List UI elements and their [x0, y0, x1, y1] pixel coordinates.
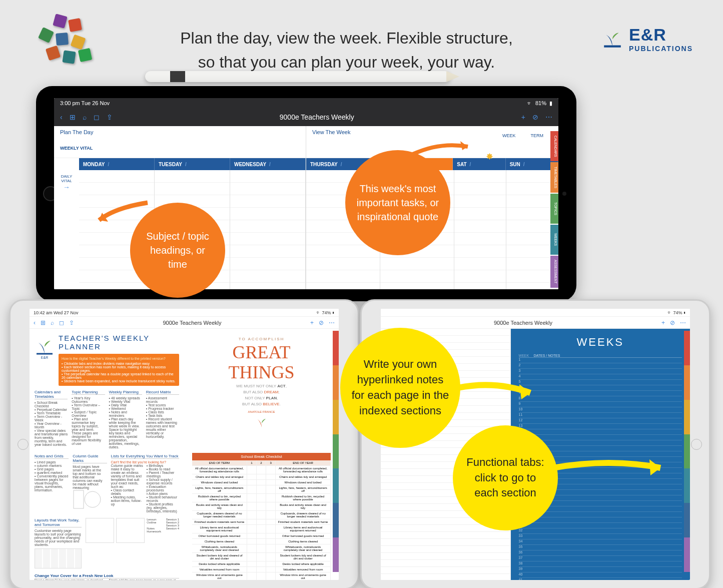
quote-body: WE MUST NOT ONLY ACT,BUT ALSO DREAM;NOT …	[192, 383, 331, 407]
lower-cols: Notes and Grids• Lined pages• column mar…	[35, 454, 179, 513]
wifi-icon: ᯤ	[527, 100, 532, 106]
camera-icon	[562, 192, 566, 196]
mini-toolbar-right: 9000e Teachers Weekly + ⊘ ⋯	[381, 317, 690, 329]
decorative-blocks	[35, 15, 95, 75]
weeks-side-tabs	[684, 331, 690, 572]
svg-text:E&R: E&R	[41, 356, 48, 359]
layout-preview	[35, 548, 82, 568]
day-wednesday[interactable]: WEDNESDAY/	[230, 158, 306, 170]
battery-percent: 81%	[535, 100, 546, 106]
share-icon[interactable]: ⇪	[69, 319, 74, 326]
tab-topics[interactable]: TOPICS	[550, 194, 558, 224]
weekly-vital-label: WEEKLY VITAL	[60, 146, 93, 151]
tab-topics[interactable]	[684, 434, 690, 469]
more-icon[interactable]: ⋯	[680, 319, 686, 326]
tab-timetables[interactable]: TIMETABLES	[550, 162, 558, 192]
logo-main: E&R	[629, 25, 666, 44]
checklist: School Break Checklist END OF TERM 123 E…	[192, 453, 331, 580]
logo-sub: PUBLICATIONS	[629, 45, 693, 53]
doc-title-right: 9000e Teachers Weekly	[494, 320, 552, 326]
bookmark-icon[interactable]: ◻	[94, 113, 100, 121]
day-headers-left: MONDAY/ TUESDAY/ WEDNESDAY/	[54, 158, 306, 170]
day-monday[interactable]: MONDAY/	[79, 158, 155, 170]
week-term-labels: WEEK TERM	[502, 133, 543, 138]
quote-to: TO ACCOMPLISH	[192, 337, 331, 341]
edit-icon[interactable]: ⊘	[319, 319, 324, 326]
edit-icon[interactable]: ⊘	[532, 113, 538, 121]
mini-toolbar-left: ‹ ⊞ ⌕ ◻ ⇪ 9000e Teachers Weekly + ⊘ ⋯	[30, 317, 339, 329]
tab-assess[interactable]	[684, 537, 690, 572]
status-bar: 3:00 pm Tue 26 Nov ᯤ 81% ▮	[54, 98, 558, 108]
mini-status-left: 10:42 am Wed 27 Nov ᯤ 74% ▮	[30, 309, 339, 317]
info-page: E&R TEACHER'S WEEKLY PLANNER How is the …	[30, 329, 184, 580]
planner-title: TEACHER'S WEEKLY PLANNER	[59, 334, 179, 351]
quote-page: TO ACCOMPLISH GREAT THINGS WE MUST NOT O…	[184, 329, 339, 580]
quote-things: THINGS	[192, 363, 331, 381]
quote-great: GREAT	[192, 343, 331, 361]
add-icon[interactable]: +	[661, 319, 665, 326]
circle-diagram-icon	[73, 489, 103, 509]
grid-icon[interactable]: ⊞	[70, 113, 76, 121]
er-logo-small: E&R	[35, 334, 55, 359]
tab-calendars[interactable]: CALENDARS	[550, 131, 558, 161]
back-icon[interactable]: ‹	[34, 319, 36, 326]
tab-b[interactable]	[684, 503, 690, 537]
tab-cal[interactable]	[684, 331, 690, 365]
status-right: ᯤ 81% ▮	[527, 100, 552, 107]
logo: E&R PUBLICATIONS	[602, 25, 693, 53]
add-icon[interactable]: +	[521, 113, 525, 121]
tab-weeks-active[interactable]	[684, 468, 690, 503]
more-icon[interactable]: ⋯	[329, 319, 335, 326]
bookmark-icon[interactable]: ◻	[59, 319, 64, 326]
wifi-icon: ᯤ	[316, 310, 321, 315]
mini-status-right: ᯤ 74% ▮	[381, 309, 690, 317]
ipad-main: 3:00 pm Tue 26 Nov ᯤ 81% ▮ ‹ ⊞ ⌕ ◻ ⇪ 900…	[36, 86, 576, 301]
day-sat[interactable]: SAT/	[453, 158, 505, 170]
status-time: 3:00 pm Tue 26 Nov	[60, 100, 110, 106]
bubble-subject: Subject / topic headings, or time	[130, 203, 225, 298]
ipad-left: 10:42 am Wed 27 Nov ᯤ 74% ▮ ‹ ⊞ ⌕ ◻ ⇪ 90…	[9, 299, 359, 588]
search-icon[interactable]: ⌕	[83, 113, 87, 121]
orange-highlight-box: How is the digital Teacher's Weekly diff…	[59, 354, 179, 386]
tab-assessment[interactable]: ASSESSMENT	[550, 256, 558, 288]
ipad-main-screen: 3:00 pm Tue 26 Nov ᯤ 81% ▮ ‹ ⊞ ⌕ ◻ ⇪ 900…	[54, 98, 558, 289]
tab-weeks[interactable]: WEEKS	[550, 225, 558, 255]
add-icon[interactable]: +	[310, 319, 314, 326]
share-icon[interactable]: ⇪	[107, 113, 113, 121]
headline: Plan the day, view the week. Flexible st…	[120, 26, 573, 74]
weeks-title: WEEKS	[519, 336, 682, 349]
home-button-right[interactable]	[691, 439, 702, 450]
battery-icon: ▮	[549, 100, 552, 107]
grid-icon[interactable]: ⊞	[41, 319, 46, 326]
arrow-notes	[455, 375, 540, 410]
home-button-left[interactable]	[18, 439, 29, 450]
side-tabs: CALENDARS TIMETABLES TOPICS WEEKS ASSESS…	[550, 131, 558, 288]
four-cols: Calendars and Timetables• School Break C…	[35, 390, 179, 449]
tab-tt[interactable]	[684, 365, 690, 400]
template-box	[86, 518, 114, 543]
tab-y[interactable]	[684, 400, 690, 434]
bubble-tasks: This week's most important tasks, or ins…	[345, 150, 450, 255]
ipad-left-screen: 10:42 am Wed 27 Nov ᯤ 74% ▮ ‹ ⊞ ⌕ ◻ ⇪ 90…	[30, 309, 339, 580]
apple-pencil	[145, 71, 450, 82]
bubble-notes: Write your own hyperlinked notes for eac…	[340, 328, 460, 448]
weekly-vital-row: WEEKLY VITAL	[54, 138, 306, 158]
quote-author: ANATOLE FRANCE	[192, 410, 331, 413]
svg-rect-1	[74, 490, 84, 508]
headline-line2: so that you can plan your week, your way…	[120, 50, 573, 74]
app-toolbar: ‹ ⊞ ⌕ ◻ ⇪ 9000e Teachers Weekly + ⊘ ⋯	[54, 108, 558, 126]
template-box	[116, 518, 145, 543]
logo-text: E&R PUBLICATIONS	[629, 25, 693, 53]
wifi-icon: ᯤ	[667, 310, 672, 315]
more-icon[interactable]: ⋯	[545, 113, 552, 121]
cover-heading: Change Your Cover for a Fresh New Look	[35, 573, 179, 578]
headline-line1: Plan the day, view the week. Flexible st…	[120, 26, 573, 50]
search-icon[interactable]: ⌕	[51, 319, 54, 326]
day-tuesday[interactable]: TUESDAY/	[155, 158, 230, 170]
bubble-tabs: Functional tabs: click to go to each sec…	[453, 425, 558, 530]
edit-icon[interactable]: ⊘	[670, 319, 675, 326]
info-side-tabs	[333, 331, 339, 572]
star-icon: ✸	[486, 151, 493, 162]
back-icon[interactable]: ‹	[60, 113, 63, 121]
doc-title: 9000e Teachers Weekly	[280, 113, 354, 121]
